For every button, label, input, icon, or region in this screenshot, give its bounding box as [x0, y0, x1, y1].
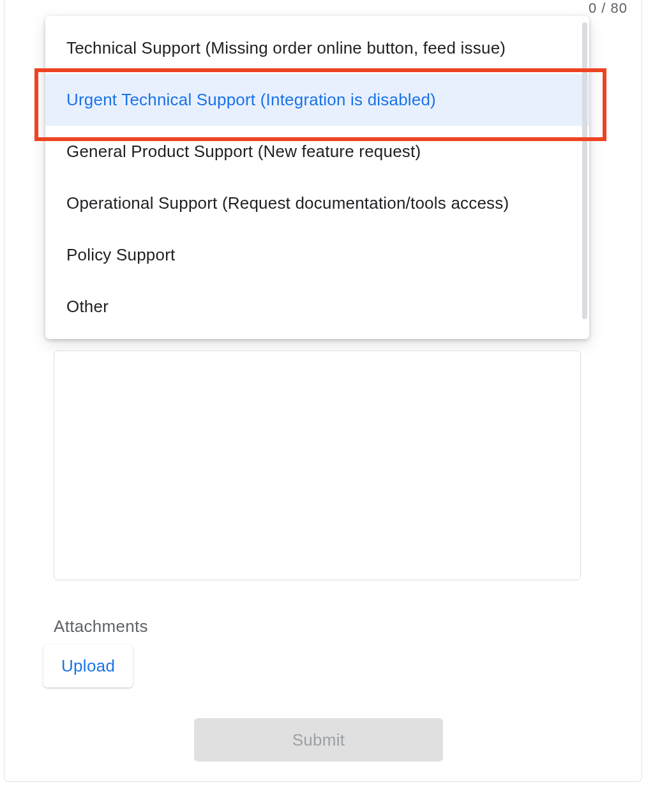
submit-button[interactable]: Submit	[194, 718, 443, 762]
dropdown-option-other[interactable]: Other	[45, 281, 589, 333]
scrollbar[interactable]	[582, 22, 587, 319]
dropdown-option-label: Urgent Technical Support (Integration is…	[66, 90, 436, 110]
upload-button[interactable]: Upload	[43, 645, 133, 688]
dropdown-option-general-product-support[interactable]: General Product Support (New feature req…	[45, 126, 589, 177]
attachments-label: Attachments	[54, 617, 148, 636]
dropdown-option-label: Technical Support (Missing order online …	[66, 38, 506, 58]
char-counter: 0 / 80	[589, 0, 627, 17]
dropdown-option-label: General Product Support (New feature req…	[66, 142, 421, 162]
dropdown-option-label: Operational Support (Request documentati…	[66, 193, 509, 213]
dropdown-option-technical-support[interactable]: Technical Support (Missing order online …	[45, 22, 589, 74]
description-textarea[interactable]	[54, 350, 581, 580]
dropdown-option-policy-support[interactable]: Policy Support	[45, 229, 589, 281]
form-card: 0 / 80 Technical Support (Missing order …	[4, 0, 642, 782]
dropdown-option-label: Policy Support	[66, 245, 175, 265]
dropdown-option-label: Other	[66, 297, 109, 317]
dropdown-option-urgent-technical-support[interactable]: Urgent Technical Support (Integration is…	[45, 74, 589, 126]
category-dropdown[interactable]: Technical Support (Missing order online …	[45, 16, 589, 339]
dropdown-option-operational-support[interactable]: Operational Support (Request documentati…	[45, 177, 589, 229]
